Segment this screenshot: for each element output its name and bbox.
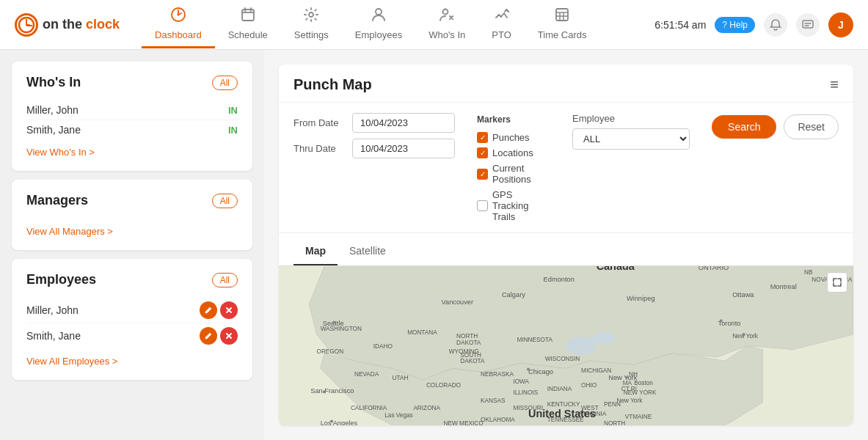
svg-text:Canada: Canada bbox=[597, 266, 635, 272]
svg-text:DAKOTA: DAKOTA bbox=[456, 340, 481, 346]
marker-punches-label: Punches bbox=[492, 132, 530, 143]
pto-icon bbox=[494, 7, 510, 26]
nav-item-dashboard[interactable]: Dashboard bbox=[142, 1, 215, 48]
svg-point-109 bbox=[593, 332, 616, 344]
whos-in-status-1: IN bbox=[228, 125, 238, 136]
view-whos-in-link[interactable]: View Who's In > bbox=[26, 147, 95, 158]
nav-label-whos-in: Who's In bbox=[428, 29, 465, 40]
svg-text:NORTH: NORTH bbox=[456, 333, 478, 340]
svg-text:NEW MEXICO: NEW MEXICO bbox=[444, 420, 484, 425]
svg-text:INDIANA: INDIANA bbox=[547, 386, 572, 392]
nav-item-schedule[interactable]: Schedule bbox=[215, 1, 281, 48]
svg-text:Ottawa: Ottawa bbox=[732, 291, 754, 298]
employees-row-0: Miller, John bbox=[26, 298, 238, 323]
map-tabs: Map Satellite bbox=[279, 233, 853, 266]
map-area: Canada United States BRITISH COLUMBIA AL… bbox=[279, 266, 853, 425]
svg-point-108 bbox=[566, 337, 597, 355]
svg-text:New York: New York bbox=[608, 374, 638, 381]
edit-employee-1-button[interactable] bbox=[200, 327, 217, 345]
content-area: Punch Map ≡ From Date Thru Date bbox=[264, 50, 868, 440]
managers-title: Managers bbox=[26, 193, 88, 208]
map-tab-satellite[interactable]: Satellite bbox=[338, 241, 398, 265]
messages-button[interactable] bbox=[796, 13, 820, 37]
map-fullscreen-button[interactable] bbox=[827, 272, 847, 293]
thru-date-input[interactable] bbox=[352, 139, 455, 158]
marker-gps-checkbox[interactable] bbox=[477, 200, 488, 211]
time-cards-icon bbox=[554, 7, 570, 26]
svg-text:OHIO: OHIO bbox=[581, 382, 597, 389]
svg-point-105 bbox=[625, 376, 628, 379]
marker-current-positions-checkbox[interactable]: ✓ bbox=[477, 169, 488, 180]
whos-in-card: Who's In All Miller, John IN Smith, Jane… bbox=[12, 62, 252, 171]
svg-text:IOWA: IOWA bbox=[513, 378, 529, 385]
nav-right: 6:51:54 am ? Help J bbox=[654, 12, 853, 37]
employee-filter-group: Employee ALL bbox=[572, 113, 690, 150]
logo[interactable]: on the clock bbox=[15, 13, 120, 37]
top-nav: on the clock Dashboard bbox=[0, 0, 868, 50]
employees-name-0: Miller, John bbox=[26, 304, 79, 316]
svg-point-0 bbox=[19, 18, 34, 32]
punch-map-title: Punch Map bbox=[293, 76, 372, 93]
map-tab-map[interactable]: Map bbox=[293, 241, 338, 265]
nav-item-whos-in[interactable]: Who's In bbox=[415, 1, 478, 48]
svg-text:IDAHO: IDAHO bbox=[373, 343, 393, 350]
whos-in-all-badge[interactable]: All bbox=[212, 76, 238, 90]
logo-clock-icon bbox=[15, 13, 38, 37]
svg-text:VIRGINIA: VIRGINIA bbox=[580, 411, 607, 417]
from-date-input[interactable] bbox=[352, 113, 455, 133]
help-button[interactable]: ? Help bbox=[715, 17, 755, 33]
employees-all-badge[interactable]: All bbox=[212, 273, 238, 287]
nav-item-time-cards[interactable]: Time Cards bbox=[525, 1, 600, 48]
search-button[interactable]: Search bbox=[712, 115, 776, 139]
view-all-managers-link[interactable]: View All Managers > bbox=[26, 226, 113, 237]
nav-items: Dashboard Schedule Settings bbox=[142, 1, 654, 48]
nav-item-pto[interactable]: PTO bbox=[478, 1, 525, 48]
svg-text:OREGON: OREGON bbox=[317, 348, 344, 355]
svg-text:OKLAHOMA: OKLAHOMA bbox=[481, 417, 515, 423]
punch-map-menu-button[interactable]: ≡ bbox=[830, 76, 839, 93]
employees-name-1: Smith, Jane bbox=[26, 330, 81, 342]
nav-label-schedule: Schedule bbox=[228, 29, 268, 40]
delete-employee-0-button[interactable] bbox=[220, 301, 238, 319]
svg-point-9 bbox=[309, 12, 313, 17]
whos-in-icon bbox=[439, 7, 455, 26]
settings-icon bbox=[303, 7, 319, 26]
edit-employee-0-button[interactable] bbox=[200, 301, 217, 319]
svg-text:MISSOURI: MISSOURI bbox=[513, 405, 543, 411]
employees-icon bbox=[371, 7, 387, 26]
nav-item-employees[interactable]: Employees bbox=[342, 1, 415, 48]
employee-filter-select[interactable]: ALL bbox=[572, 128, 690, 150]
marker-gps-row: GPS Tracking Trails bbox=[477, 189, 550, 222]
svg-rect-5 bbox=[242, 10, 254, 21]
svg-point-100 bbox=[323, 390, 326, 393]
marker-locations-label: Locations bbox=[492, 147, 533, 158]
svg-text:WISCONSIN: WISCONSIN bbox=[545, 356, 580, 362]
avatar[interactable]: J bbox=[828, 12, 853, 37]
svg-point-103 bbox=[527, 367, 530, 370]
svg-text:MONTANA: MONTANA bbox=[407, 329, 437, 336]
svg-point-99 bbox=[332, 321, 335, 324]
svg-text:VT: VT bbox=[625, 414, 633, 420]
nav-item-settings[interactable]: Settings bbox=[281, 1, 342, 48]
reset-button[interactable]: Reset bbox=[784, 114, 839, 139]
from-date-row: From Date bbox=[293, 113, 455, 133]
employees-actions-1 bbox=[200, 327, 238, 345]
svg-text:Chicago: Chicago bbox=[528, 368, 553, 375]
whos-in-employee-row-1: Smith, Jane IN bbox=[26, 120, 238, 139]
svg-text:PEI: PEI bbox=[804, 266, 814, 268]
notifications-button[interactable] bbox=[764, 13, 787, 37]
svg-text:ONTARIO: ONTARIO bbox=[699, 266, 729, 271]
marker-locations-checkbox[interactable]: ✓ bbox=[477, 147, 488, 158]
view-all-employees-link[interactable]: View All Employees > bbox=[26, 356, 117, 367]
svg-point-4 bbox=[177, 14, 179, 16]
delete-employee-1-button[interactable] bbox=[220, 327, 238, 345]
managers-all-badge[interactable]: All bbox=[212, 194, 238, 208]
svg-text:MICHIGAN: MICHIGAN bbox=[581, 367, 611, 374]
svg-text:Edmonton: Edmonton bbox=[544, 276, 575, 283]
svg-text:CT RI: CT RI bbox=[621, 386, 637, 392]
svg-text:Las Vegas: Las Vegas bbox=[384, 412, 412, 419]
marker-punches-checkbox[interactable]: ✓ bbox=[477, 132, 488, 143]
svg-text:NB: NB bbox=[804, 269, 813, 276]
svg-rect-17 bbox=[803, 21, 813, 28]
managers-header: Managers All bbox=[26, 193, 238, 208]
